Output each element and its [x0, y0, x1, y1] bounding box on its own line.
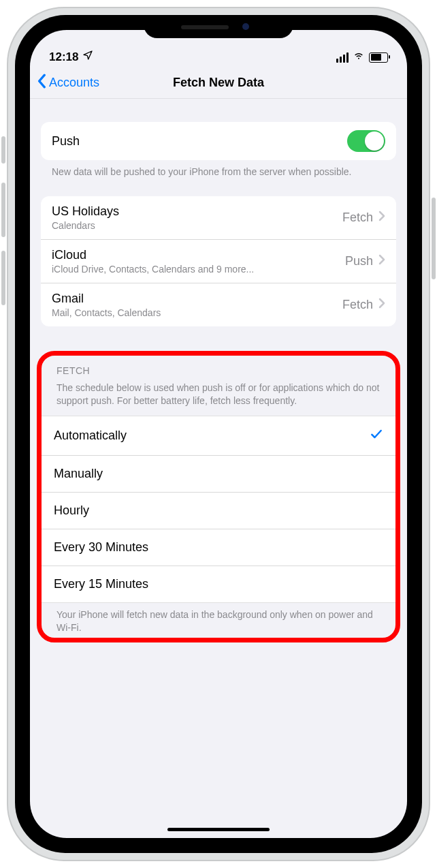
home-indicator[interactable] — [167, 828, 270, 831]
fetch-option-hourly[interactable]: Hourly — [42, 493, 395, 529]
push-row[interactable]: Push — [41, 122, 396, 160]
chevron-right-icon — [378, 254, 385, 268]
fetch-footer: Your iPhone will fetch new data in the b… — [42, 603, 395, 634]
push-toggle[interactable] — [347, 130, 385, 152]
fetch-option-label: Hourly — [54, 503, 89, 518]
fetch-option-label: Automatically — [54, 429, 127, 443]
screen: 12:18 — [30, 30, 407, 838]
account-name: US Holidays — [52, 204, 119, 219]
fetch-option-label: Every 15 Minutes — [54, 577, 148, 591]
wifi-icon — [353, 50, 365, 64]
account-row-us-holidays[interactable]: US Holidays Calendars Fetch — [41, 196, 396, 240]
nav-bar: Accounts Fetch New Data — [30, 67, 407, 99]
account-row-gmail[interactable]: Gmail Mail, Contacts, Calendars Fetch — [41, 283, 396, 326]
cellular-icon — [336, 52, 349, 63]
chevron-left-icon — [37, 74, 48, 92]
fetch-option-every-30[interactable]: Every 30 Minutes — [42, 529, 395, 566]
status-time: 12:18 — [49, 50, 78, 64]
chevron-right-icon — [378, 211, 385, 224]
fetch-section-label: FETCH — [42, 365, 395, 380]
push-group: Push — [41, 122, 396, 160]
account-mode: Fetch — [342, 211, 373, 225]
fetch-options-group: Automatically Manually Hourly Every 30 M… — [42, 416, 395, 603]
content-area: Push New data will be pushed to your iPh… — [30, 99, 407, 838]
account-sub: Calendars — [52, 220, 119, 231]
account-mode: Push — [345, 254, 373, 268]
battery-icon — [369, 52, 388, 63]
phone-bezel: 12:18 — [15, 15, 422, 853]
back-button[interactable]: Accounts — [37, 74, 99, 92]
chevron-right-icon — [378, 298, 385, 311]
account-sub: Mail, Contacts, Calendars — [52, 307, 161, 318]
push-label: Push — [52, 134, 80, 149]
fetch-highlight: FETCH The schedule below is used when pu… — [37, 351, 400, 643]
phone-frame: 12:18 — [7, 7, 430, 861]
stage: 12:18 — [0, 0, 437, 868]
account-name: iCloud — [52, 248, 254, 262]
fetch-header: The schedule below is used when push is … — [42, 380, 395, 413]
accounts-group: US Holidays Calendars Fetch iCloud — [41, 196, 396, 326]
fetch-option-manually[interactable]: Manually — [42, 456, 395, 493]
fetch-option-every-15[interactable]: Every 15 Minutes — [42, 566, 395, 602]
push-footer: New data will be pushed to your iPhone f… — [30, 160, 407, 179]
back-label: Accounts — [49, 76, 99, 90]
volume-up-button — [1, 183, 5, 237]
volume-down-button — [1, 251, 5, 305]
notch — [144, 15, 293, 38]
fetch-option-automatically[interactable]: Automatically — [42, 416, 395, 456]
fetch-option-label: Manually — [54, 467, 103, 481]
location-icon — [82, 50, 93, 64]
checkmark-icon — [370, 427, 383, 444]
fetch-option-label: Every 30 Minutes — [54, 540, 148, 555]
account-row-icloud[interactable]: iCloud iCloud Drive, Contacts, Calendars… — [41, 240, 396, 283]
account-sub: iCloud Drive, Contacts, Calendars and 9 … — [52, 264, 254, 275]
account-mode: Fetch — [342, 298, 373, 312]
account-name: Gmail — [52, 292, 161, 306]
mute-switch — [1, 136, 5, 164]
page-title: Fetch New Data — [173, 76, 264, 90]
power-button — [432, 198, 436, 279]
